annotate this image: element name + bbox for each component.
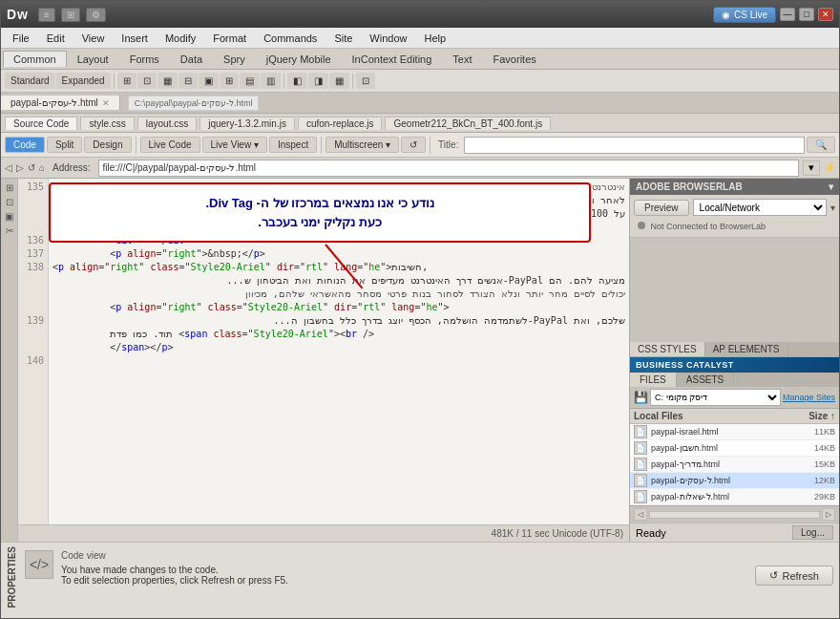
title-label: Title: (434, 139, 462, 150)
drive-select[interactable]: C: דיסק מקומי (650, 389, 781, 406)
refresh-icon-btn[interactable]: ↺ (401, 137, 426, 153)
code-line-div: <div> </div> (52, 234, 625, 247)
file-icon-3: 📄 (634, 458, 647, 471)
title-bar-btn-1[interactable]: ≡ (38, 8, 55, 22)
file-item-5[interactable]: 📄 paypal-ל-שאלות.html 29KB (630, 489, 839, 505)
scroll-left-btn[interactable]: ◁ (634, 508, 647, 521)
tab-common[interactable]: Common (3, 51, 67, 67)
geometr-tab[interactable]: Geometr212_BkCn_BT_400.font.js (385, 117, 551, 130)
file-item-2[interactable]: 📄 paypal-חשבון.html 14KB (630, 440, 839, 457)
style-css-tab[interactable]: style.css (80, 117, 134, 130)
files-tabs: FILES ASSETS (630, 373, 839, 387)
scroll-track[interactable] (649, 511, 820, 519)
address-input[interactable]: file:///C|/paypal/paypal-ל-עסקים.html (98, 160, 799, 177)
menu-file[interactable]: File (5, 31, 37, 46)
source-code-tab[interactable]: Source Code (5, 117, 77, 130)
toolbar-icon-1[interactable]: 🔍 (807, 137, 835, 153)
jquery-tab[interactable]: jquery-1.3.2.min.js (200, 117, 295, 130)
cs-live-button[interactable]: ◉ CS Live (713, 7, 776, 23)
insert-icon-5[interactable]: ▣ (199, 73, 219, 89)
tab-spry[interactable]: Spry (213, 51, 256, 67)
live-code-btn[interactable]: Live Code (140, 137, 200, 153)
insert-icon-6[interactable]: ⊞ (220, 73, 239, 89)
insert-icon-3[interactable]: ▦ (158, 73, 178, 89)
view-standard[interactable]: Standard (5, 73, 55, 89)
cufon-tab[interactable]: cufon-replace.js (298, 117, 383, 130)
tab-favorites[interactable]: Favorites (483, 51, 547, 67)
multiscreen-btn[interactable]: Multiscreen ▾ (326, 137, 399, 153)
log-button[interactable]: Log... (792, 525, 833, 540)
menu-edit[interactable]: Edit (39, 31, 73, 46)
address-refresh[interactable]: ↺ (28, 162, 35, 173)
doc-tab-close-icon[interactable]: ✕ (102, 98, 110, 108)
menu-site[interactable]: Site (326, 31, 360, 46)
filter-icon[interactable]: ⚡ (824, 162, 835, 173)
line-num-blank4 (18, 274, 48, 288)
browserlab-expand-icon[interactable]: ▾ (829, 181, 833, 192)
inspect-btn[interactable]: Inspect (269, 137, 317, 153)
document-tabs: paypal-ל-עסקים.html ✕ C:\paypal\paypal-ל… (1, 93, 839, 114)
insert-icon-8[interactable]: ▥ (261, 73, 281, 89)
title-bar-btn-2[interactable]: ⊞ (61, 8, 80, 22)
tab-jquery-mobile[interactable]: jQuery Mobile (256, 51, 342, 67)
tab-layout[interactable]: Layout (67, 51, 119, 67)
insert-icon-4[interactable]: ⊟ (178, 73, 198, 89)
maximize-button[interactable]: □ (799, 8, 814, 21)
code-view-btn[interactable]: Code (5, 137, 45, 153)
insert-icon-1[interactable]: ⊞ (117, 73, 136, 89)
files-tab[interactable]: FILES (630, 373, 677, 387)
insert-icon-10[interactable]: ◨ (308, 73, 328, 89)
menu-modify[interactable]: Modify (158, 31, 203, 46)
menu-window[interactable]: Window (362, 31, 414, 46)
tab-data[interactable]: Data (170, 51, 213, 67)
insert-icon-2[interactable]: ⊡ (137, 73, 157, 89)
tab-forms[interactable]: Forms (119, 51, 170, 67)
layout-css-tab[interactable]: layout.css (137, 117, 197, 130)
gutter-icon-3[interactable]: ▣ (5, 211, 13, 222)
manage-sites-link[interactable]: Manage Sites (783, 393, 835, 402)
menu-view[interactable]: View (74, 31, 113, 46)
ap-elements-tab[interactable]: AP ELEMENTS (705, 342, 788, 356)
file-item-1[interactable]: 📄 paypal-israel.html 11KB (630, 424, 839, 440)
split-view-btn[interactable]: Split (47, 137, 82, 153)
design-view-btn[interactable]: Design (84, 137, 131, 153)
file-item-4[interactable]: 📄 paypal-ל-עסקים.html 12KB (630, 473, 839, 489)
insert-separator (114, 74, 115, 89)
insert-icon-7[interactable]: ▤ (240, 73, 260, 89)
close-button[interactable]: ✕ (818, 8, 833, 21)
insert-icon-12[interactable]: ⊡ (356, 73, 375, 89)
title-bar-btn-3[interactable]: ⚙ (86, 8, 106, 22)
network-select[interactable]: Local/Network (693, 199, 827, 216)
address-home[interactable]: ⌂ (39, 162, 45, 173)
menu-insert[interactable]: Insert (114, 31, 156, 46)
tab-text[interactable]: Text (442, 51, 482, 67)
address-nav-fwd[interactable]: ▷ (16, 162, 24, 173)
minimize-button[interactable]: — (780, 8, 795, 21)
preview-button[interactable]: Preview (634, 200, 689, 216)
doc-tab-main[interactable]: paypal-ל-עסקים.html ✕ (1, 96, 120, 110)
line-num-blank1 (18, 194, 48, 207)
address-nav-back[interactable]: ◁ (5, 162, 12, 173)
toolbar-sep-3 (430, 137, 430, 154)
address-dropdown-icon[interactable]: ▾ (803, 160, 820, 176)
menu-format[interactable]: Format (205, 31, 254, 46)
gutter-icon-4[interactable]: ✂ (6, 225, 13, 236)
title-input[interactable] (464, 137, 805, 154)
gutter-icon-1[interactable]: ⊞ (6, 182, 13, 193)
refresh-button[interactable]: ↺ Refresh (755, 566, 833, 586)
insert-icon-9[interactable]: ◧ (287, 73, 307, 89)
properties-message: You have made changes to the code.To edi… (61, 565, 747, 586)
css-styles-tab[interactable]: CSS STYLES (630, 342, 705, 356)
code-area[interactable]: 135 136 137 138 139 140 (18, 179, 629, 524)
assets-tab[interactable]: ASSETS (677, 373, 734, 387)
scroll-right-btn[interactable]: ▷ (822, 508, 835, 521)
insert-icon-11[interactable]: ▦ (329, 73, 349, 89)
file-item-3[interactable]: 📄 paypal-מדריך.html 15KB (630, 457, 839, 473)
code-icon: </> (30, 557, 49, 572)
live-view-btn[interactable]: Live View ▾ (202, 137, 267, 153)
view-expanded[interactable]: Expanded (56, 73, 111, 89)
menu-help[interactable]: Help (416, 31, 453, 46)
gutter-icon-2[interactable]: ⊡ (6, 197, 13, 207)
tab-incontext-editing[interactable]: InContext Editing (342, 51, 443, 67)
menu-commands[interactable]: Commands (256, 31, 325, 46)
